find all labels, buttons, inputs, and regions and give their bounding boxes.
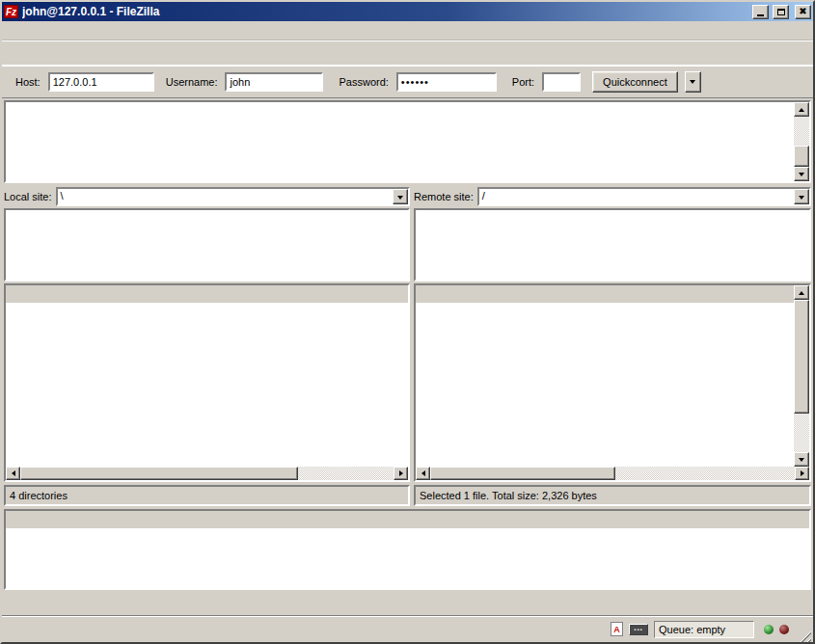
scroll-thumb[interactable] xyxy=(794,146,809,167)
remote-site-dropdown-button[interactable] xyxy=(794,189,809,204)
app-logo-icon: Fz xyxy=(4,5,18,18)
scroll-track[interactable] xyxy=(794,117,809,167)
local-list-header xyxy=(6,285,408,303)
close-button[interactable]: ✖ xyxy=(795,5,811,19)
message-log-lines xyxy=(6,102,794,104)
transfer-queue xyxy=(4,509,811,590)
local-list-rows[interactable] xyxy=(6,303,408,467)
quickconnect-dropdown-button[interactable] xyxy=(685,71,701,93)
local-site-dropdown-button[interactable] xyxy=(393,189,408,204)
arrow-up-icon xyxy=(799,288,804,295)
scroll-track[interactable] xyxy=(794,300,809,452)
queue-list-body[interactable] xyxy=(6,528,809,588)
username-input[interactable] xyxy=(225,72,323,92)
scroll-down-button[interactable] xyxy=(794,167,809,181)
speed-limit-icon[interactable]: ▪▪▪ xyxy=(629,624,648,635)
scroll-thumb[interactable] xyxy=(20,467,298,480)
arrow-right-icon xyxy=(399,470,406,476)
quickconnect-button[interactable]: Quickconnect xyxy=(592,71,678,93)
password-label: Password: xyxy=(339,76,388,88)
scroll-up-button[interactable] xyxy=(794,102,809,117)
local-status-text: 4 directories xyxy=(4,485,410,506)
port-label: Port: xyxy=(512,76,534,88)
scroll-left-button[interactable] xyxy=(416,467,430,480)
remote-pane: Remote site: / xyxy=(414,187,811,507)
scroll-thumb[interactable] xyxy=(794,300,809,414)
resize-grip[interactable] xyxy=(797,628,811,642)
log-vertical-scrollbar[interactable] xyxy=(794,102,809,181)
scroll-down-button[interactable] xyxy=(794,452,809,467)
scroll-right-button[interactable] xyxy=(795,467,809,480)
transfer-type-ascii-icon[interactable]: A xyxy=(611,622,623,636)
arrow-down-icon xyxy=(799,458,804,465)
username-label: Username: xyxy=(166,76,218,88)
local-pane: Local site: \ 4 directories xyxy=(4,187,410,507)
scroll-right-button[interactable] xyxy=(394,467,408,480)
quickconnect-bar: Host: Username: Password: Port: Quickcon… xyxy=(2,66,813,98)
local-horizontal-scrollbar[interactable] xyxy=(6,467,408,480)
local-site-row: Local site: \ xyxy=(4,187,410,208)
arrow-up-icon xyxy=(799,105,804,112)
password-input[interactable] xyxy=(396,72,497,92)
receive-indicator-led xyxy=(779,625,789,634)
remote-file-list[interactable] xyxy=(414,283,811,482)
chevron-down-icon xyxy=(397,196,403,202)
remote-site-row: Remote site: / xyxy=(414,187,811,208)
host-label: Host: xyxy=(15,76,41,88)
local-directory-tree[interactable] xyxy=(4,208,410,282)
minimize-button[interactable] xyxy=(752,5,769,19)
arrow-left-icon xyxy=(9,470,15,476)
local-site-combobox[interactable]: \ xyxy=(56,187,410,206)
remote-vertical-scrollbar[interactable] xyxy=(794,285,809,467)
toolbar xyxy=(2,40,813,66)
maximize-icon xyxy=(777,9,785,15)
menu-bar xyxy=(2,21,813,40)
chevron-down-icon xyxy=(690,80,695,87)
minimize-icon xyxy=(757,14,764,16)
host-input[interactable] xyxy=(48,72,154,92)
remote-site-combobox[interactable]: / xyxy=(477,187,811,206)
message-log[interactable] xyxy=(4,100,811,183)
status-bar: A ▪▪▪ Queue: empty xyxy=(2,615,813,642)
scroll-track[interactable] xyxy=(20,467,394,480)
remote-site-value: / xyxy=(479,189,794,204)
remote-directory-tree[interactable] xyxy=(414,208,811,282)
scroll-up-button[interactable] xyxy=(794,285,809,300)
queue-tabs xyxy=(2,590,813,615)
window-title: john@127.0.0.1 - FileZilla xyxy=(22,5,748,18)
arrow-left-icon xyxy=(419,470,425,476)
close-icon: ✖ xyxy=(799,7,806,16)
filezilla-window: Fz john@127.0.0.1 - FileZilla ✖ Host: Us… xyxy=(0,0,815,644)
scroll-left-button[interactable] xyxy=(6,467,20,480)
remote-status-text: Selected 1 file. Total size: 2,326 bytes xyxy=(414,485,811,506)
remote-list-rows[interactable] xyxy=(416,303,794,467)
send-indicator-led xyxy=(764,625,774,634)
local-file-list[interactable] xyxy=(4,283,410,482)
main-panes: Local site: \ 4 directories xyxy=(2,183,813,507)
queue-status-field: Queue: empty xyxy=(654,621,754,638)
title-bar: Fz john@127.0.0.1 - FileZilla ✖ xyxy=(2,2,813,21)
maximize-button[interactable] xyxy=(773,5,789,19)
arrow-down-icon xyxy=(799,173,804,179)
scroll-track[interactable] xyxy=(430,467,795,480)
scroll-thumb[interactable] xyxy=(430,467,615,480)
port-input[interactable] xyxy=(542,72,581,92)
local-site-label: Local site: xyxy=(4,191,52,202)
remote-horizontal-scrollbar[interactable] xyxy=(416,467,809,480)
arrow-right-icon xyxy=(801,470,807,476)
local-site-value: \ xyxy=(58,189,393,204)
remote-site-label: Remote site: xyxy=(414,191,474,202)
chevron-down-icon xyxy=(799,196,804,202)
queue-list-header xyxy=(6,511,809,528)
remote-list-header xyxy=(416,285,794,303)
